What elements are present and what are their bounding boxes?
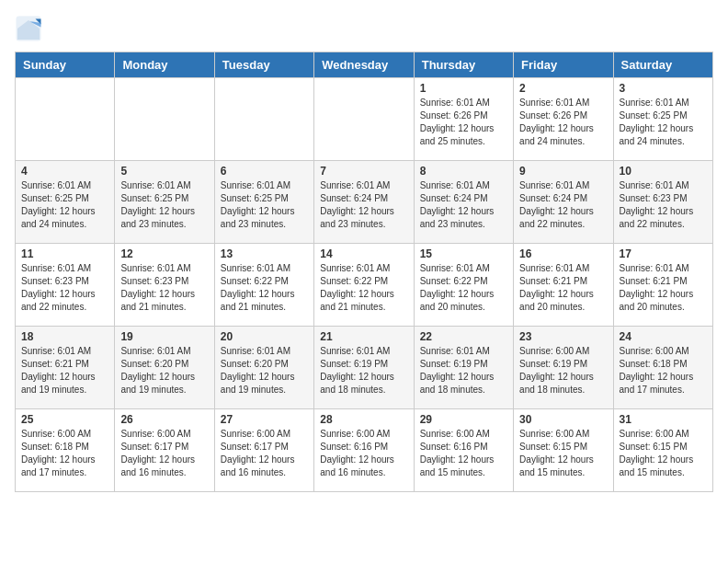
day-number: 15	[420, 247, 507, 260]
day-number: 25	[21, 413, 108, 426]
day-info: Sunrise: 6:01 AM Sunset: 6:19 PM Dayligh…	[420, 345, 507, 396]
calendar-cell: 8Sunrise: 6:01 AM Sunset: 6:24 PM Daylig…	[414, 161, 513, 244]
day-info: Sunrise: 6:00 AM Sunset: 6:18 PM Dayligh…	[620, 345, 707, 396]
calendar-cell: 10Sunrise: 6:01 AM Sunset: 6:23 PM Dayli…	[613, 161, 712, 244]
calendar-cell: 14Sunrise: 6:01 AM Sunset: 6:22 PM Dayli…	[314, 244, 414, 327]
column-header-monday: Monday	[115, 52, 214, 78]
column-header-tuesday: Tuesday	[214, 52, 313, 78]
day-info: Sunrise: 6:01 AM Sunset: 6:23 PM Dayligh…	[21, 262, 108, 314]
day-info: Sunrise: 6:01 AM Sunset: 6:24 PM Dayligh…	[420, 179, 507, 231]
day-number: 21	[320, 330, 407, 343]
day-number: 16	[519, 247, 607, 260]
calendar-cell: 1Sunrise: 6:01 AM Sunset: 6:26 PM Daylig…	[414, 78, 513, 161]
calendar-cell: 5Sunrise: 6:01 AM Sunset: 6:25 PM Daylig…	[115, 161, 214, 244]
calendar-cell: 6Sunrise: 6:01 AM Sunset: 6:25 PM Daylig…	[214, 161, 313, 244]
day-info: Sunrise: 6:01 AM Sunset: 6:21 PM Dayligh…	[519, 262, 607, 314]
header	[15, 15, 713, 42]
calendar-week-row: 11Sunrise: 6:01 AM Sunset: 6:23 PM Dayli…	[16, 244, 713, 327]
column-header-friday: Friday	[514, 52, 613, 78]
calendar-cell: 12Sunrise: 6:01 AM Sunset: 6:23 PM Dayli…	[115, 244, 214, 327]
logo	[15, 15, 46, 42]
day-info: Sunrise: 6:01 AM Sunset: 6:19 PM Dayligh…	[320, 345, 407, 396]
calendar-cell: 29Sunrise: 6:00 AM Sunset: 6:16 PM Dayli…	[414, 409, 513, 492]
calendar-cell: 13Sunrise: 6:01 AM Sunset: 6:22 PM Dayli…	[214, 244, 313, 327]
day-number: 22	[420, 330, 507, 343]
day-info: Sunrise: 6:01 AM Sunset: 6:26 PM Dayligh…	[420, 97, 507, 148]
day-info: Sunrise: 6:01 AM Sunset: 6:23 PM Dayligh…	[620, 179, 707, 231]
calendar-cell: 24Sunrise: 6:00 AM Sunset: 6:18 PM Dayli…	[613, 327, 712, 409]
day-info: Sunrise: 6:00 AM Sunset: 6:15 PM Dayligh…	[620, 428, 707, 479]
day-info: Sunrise: 6:00 AM Sunset: 6:17 PM Dayligh…	[221, 428, 308, 479]
day-number: 23	[519, 330, 607, 343]
column-header-wednesday: Wednesday	[314, 52, 414, 78]
day-number: 24	[620, 330, 707, 343]
day-info: Sunrise: 6:01 AM Sunset: 6:24 PM Dayligh…	[320, 179, 407, 231]
calendar-header-row: SundayMondayTuesdayWednesdayThursdayFrid…	[16, 52, 713, 78]
calendar-cell: 7Sunrise: 6:01 AM Sunset: 6:24 PM Daylig…	[314, 161, 414, 244]
calendar-cell: 26Sunrise: 6:00 AM Sunset: 6:17 PM Dayli…	[115, 409, 214, 492]
day-number: 11	[21, 247, 108, 260]
calendar-cell: 25Sunrise: 6:00 AM Sunset: 6:18 PM Dayli…	[16, 409, 115, 492]
day-info: Sunrise: 6:00 AM Sunset: 6:16 PM Dayligh…	[320, 428, 407, 479]
day-number: 13	[221, 247, 308, 260]
day-number: 7	[320, 165, 407, 178]
calendar-cell: 20Sunrise: 6:01 AM Sunset: 6:20 PM Dayli…	[214, 327, 313, 409]
day-number: 3	[620, 82, 707, 95]
day-number: 26	[120, 413, 208, 426]
day-number: 31	[620, 413, 707, 426]
day-number: 27	[221, 413, 308, 426]
calendar-cell: 27Sunrise: 6:00 AM Sunset: 6:17 PM Dayli…	[214, 409, 313, 492]
day-info: Sunrise: 6:01 AM Sunset: 6:21 PM Dayligh…	[21, 345, 108, 396]
calendar-cell: 30Sunrise: 6:00 AM Sunset: 6:15 PM Dayli…	[514, 409, 613, 492]
day-number: 4	[21, 165, 108, 178]
calendar: SundayMondayTuesdayWednesdayThursdayFrid…	[15, 52, 713, 492]
logo-icon	[15, 15, 42, 42]
day-info: Sunrise: 6:01 AM Sunset: 6:25 PM Dayligh…	[21, 179, 108, 231]
calendar-cell: 22Sunrise: 6:01 AM Sunset: 6:19 PM Dayli…	[414, 327, 513, 409]
day-info: Sunrise: 6:01 AM Sunset: 6:25 PM Dayligh…	[620, 97, 707, 148]
day-info: Sunrise: 6:01 AM Sunset: 6:24 PM Dayligh…	[519, 179, 607, 231]
calendar-cell: 16Sunrise: 6:01 AM Sunset: 6:21 PM Dayli…	[514, 244, 613, 327]
calendar-cell: 11Sunrise: 6:01 AM Sunset: 6:23 PM Dayli…	[16, 244, 115, 327]
calendar-cell: 9Sunrise: 6:01 AM Sunset: 6:24 PM Daylig…	[514, 161, 613, 244]
day-number: 1	[420, 82, 507, 95]
calendar-cell: 4Sunrise: 6:01 AM Sunset: 6:25 PM Daylig…	[16, 161, 115, 244]
calendar-cell: 18Sunrise: 6:01 AM Sunset: 6:21 PM Dayli…	[16, 327, 115, 409]
calendar-week-row: 4Sunrise: 6:01 AM Sunset: 6:25 PM Daylig…	[16, 161, 713, 244]
column-header-saturday: Saturday	[613, 52, 712, 78]
day-info: Sunrise: 6:01 AM Sunset: 6:23 PM Dayligh…	[120, 262, 208, 314]
day-number: 12	[120, 247, 208, 260]
calendar-cell: 2Sunrise: 6:01 AM Sunset: 6:26 PM Daylig…	[514, 78, 613, 161]
day-info: Sunrise: 6:00 AM Sunset: 6:16 PM Dayligh…	[420, 428, 507, 479]
day-info: Sunrise: 6:01 AM Sunset: 6:22 PM Dayligh…	[320, 262, 407, 314]
day-number: 10	[620, 165, 707, 178]
day-info: Sunrise: 6:01 AM Sunset: 6:20 PM Dayligh…	[120, 345, 208, 396]
day-number: 17	[620, 247, 707, 260]
column-header-sunday: Sunday	[16, 52, 115, 78]
day-info: Sunrise: 6:00 AM Sunset: 6:17 PM Dayligh…	[120, 428, 208, 479]
calendar-cell: 17Sunrise: 6:01 AM Sunset: 6:21 PM Dayli…	[613, 244, 712, 327]
column-header-thursday: Thursday	[414, 52, 513, 78]
day-info: Sunrise: 6:01 AM Sunset: 6:22 PM Dayligh…	[420, 262, 507, 314]
day-number: 6	[221, 165, 308, 178]
day-info: Sunrise: 6:00 AM Sunset: 6:18 PM Dayligh…	[21, 428, 108, 479]
day-info: Sunrise: 6:00 AM Sunset: 6:15 PM Dayligh…	[519, 428, 607, 479]
calendar-cell	[314, 78, 414, 161]
calendar-week-row: 18Sunrise: 6:01 AM Sunset: 6:21 PM Dayli…	[16, 327, 713, 409]
day-number: 2	[519, 82, 607, 95]
day-info: Sunrise: 6:01 AM Sunset: 6:22 PM Dayligh…	[221, 262, 308, 314]
calendar-cell: 19Sunrise: 6:01 AM Sunset: 6:20 PM Dayli…	[115, 327, 214, 409]
day-number: 18	[21, 330, 108, 343]
calendar-cell: 15Sunrise: 6:01 AM Sunset: 6:22 PM Dayli…	[414, 244, 513, 327]
day-info: Sunrise: 6:01 AM Sunset: 6:25 PM Dayligh…	[120, 179, 208, 231]
day-info: Sunrise: 6:01 AM Sunset: 6:21 PM Dayligh…	[620, 262, 707, 314]
day-info: Sunrise: 6:00 AM Sunset: 6:19 PM Dayligh…	[519, 345, 607, 396]
day-number: 20	[221, 330, 308, 343]
day-info: Sunrise: 6:01 AM Sunset: 6:26 PM Dayligh…	[519, 97, 607, 148]
day-number: 30	[519, 413, 607, 426]
day-info: Sunrise: 6:01 AM Sunset: 6:25 PM Dayligh…	[221, 179, 308, 231]
calendar-cell: 23Sunrise: 6:00 AM Sunset: 6:19 PM Dayli…	[514, 327, 613, 409]
calendar-cell: 3Sunrise: 6:01 AM Sunset: 6:25 PM Daylig…	[613, 78, 712, 161]
day-number: 28	[320, 413, 407, 426]
calendar-cell	[214, 78, 313, 161]
